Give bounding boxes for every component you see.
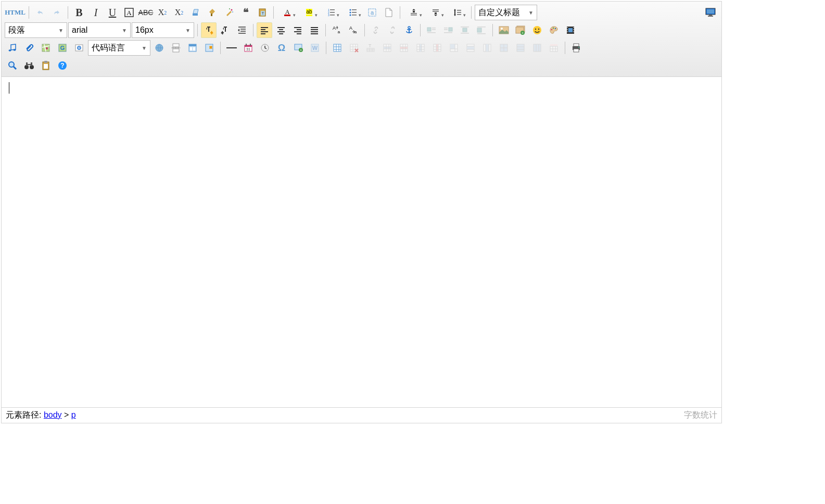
merge-cells-button[interactable] xyxy=(446,40,462,56)
italic-button[interactable]: I xyxy=(88,5,104,20)
multi-image-button[interactable]: + xyxy=(513,22,528,38)
svg-rect-115 xyxy=(173,49,179,52)
date-button[interactable]: 31 xyxy=(240,40,256,56)
path-p-link[interactable]: p xyxy=(71,410,76,419)
align-right-button[interactable] xyxy=(290,22,306,38)
tolowercase-button[interactable]: Aa xyxy=(346,22,361,38)
img-left-button[interactable] xyxy=(424,22,439,38)
img-right-button[interactable] xyxy=(440,22,456,38)
insert-row-button[interactable] xyxy=(379,40,395,56)
undo-button[interactable] xyxy=(32,5,48,20)
insert-col-button[interactable] xyxy=(413,40,428,56)
specialchar-button[interactable]: Ω xyxy=(274,40,289,56)
svg-rect-119 xyxy=(193,47,195,50)
video-button[interactable] xyxy=(563,22,578,38)
lineheight-button[interactable] xyxy=(447,5,468,20)
img-none-button[interactable] xyxy=(474,22,489,38)
img-center-button[interactable] xyxy=(457,22,473,38)
music-button[interactable] xyxy=(5,40,20,56)
redo-button[interactable] xyxy=(49,5,65,20)
delete-col-button[interactable] xyxy=(429,40,445,56)
fontborder-button[interactable]: A xyxy=(121,5,137,20)
align-left-button[interactable] xyxy=(257,22,272,38)
fullscreen-button[interactable] xyxy=(703,5,718,20)
preview-button[interactable] xyxy=(5,58,20,73)
svg-rect-60 xyxy=(311,29,318,30)
hr-button[interactable] xyxy=(224,40,239,56)
delete-table-button[interactable] xyxy=(346,40,362,56)
template-button[interactable] xyxy=(185,40,200,56)
insertparagraphbefore-button[interactable]: T xyxy=(363,40,378,56)
emoji-button[interactable] xyxy=(529,22,545,38)
anchor-button[interactable] xyxy=(401,22,417,38)
paragraph-select[interactable]: 段落▼ xyxy=(5,22,67,38)
attachment-button[interactable] xyxy=(21,40,37,56)
code-language-select[interactable]: 代码语言▼ xyxy=(88,40,150,56)
font-size-select[interactable]: 16px▼ xyxy=(132,22,194,38)
forecolor-button[interactable]: A xyxy=(277,5,298,20)
rowspacing-top-icon xyxy=(410,8,418,17)
subscript-button[interactable]: X2 xyxy=(171,5,187,20)
help-button[interactable]: ? xyxy=(55,58,70,73)
align-center-button[interactable] xyxy=(273,22,289,38)
svg-point-95 xyxy=(555,28,556,29)
rtl-button[interactable] xyxy=(218,22,233,38)
split-cols-button[interactable] xyxy=(529,40,545,56)
selectall-button[interactable]: a xyxy=(364,5,380,20)
scrawl-button[interactable] xyxy=(546,22,562,38)
wand-icon xyxy=(224,8,234,17)
separator xyxy=(492,24,493,36)
editor-content-area[interactable] xyxy=(2,77,721,407)
underline-button[interactable]: U xyxy=(105,5,120,20)
gmap-button[interactable]: G xyxy=(55,40,70,56)
source-html-button[interactable]: HTML xyxy=(5,5,26,20)
insert-image-button[interactable] xyxy=(496,22,512,38)
font-family-select[interactable]: arial▼ xyxy=(68,22,131,38)
blockquote-button[interactable]: ❝ xyxy=(238,5,253,20)
unlink-button[interactable] xyxy=(385,22,400,38)
path-body-link[interactable]: body xyxy=(44,410,62,419)
searchreplace-button[interactable] xyxy=(21,58,37,73)
insert-table-button[interactable] xyxy=(329,40,345,56)
formatbrush-button[interactable] xyxy=(205,5,220,20)
eraser-button[interactable] xyxy=(188,5,204,20)
delete-caption-button[interactable] xyxy=(546,40,562,56)
link-button[interactable] xyxy=(368,22,384,38)
insertframe-button[interactable] xyxy=(71,40,87,56)
custom-heading-select[interactable]: 自定义标题▼ xyxy=(475,5,537,20)
print-button[interactable] xyxy=(568,40,584,56)
wordcount[interactable]: 字数统计 xyxy=(684,410,717,421)
newdoc-button[interactable] xyxy=(381,5,397,20)
time-button[interactable] xyxy=(257,40,273,56)
indent-button[interactable] xyxy=(234,22,250,38)
split-cells-button[interactable] xyxy=(496,40,512,56)
map-button[interactable] xyxy=(38,40,54,56)
delete-row-button[interactable] xyxy=(396,40,412,56)
merge-down-button[interactable] xyxy=(479,40,495,56)
rowspacing-top-button[interactable] xyxy=(403,5,424,20)
rowspacing-bottom-button[interactable] xyxy=(425,5,446,20)
split-rows-button[interactable] xyxy=(513,40,528,56)
paste-text-icon: T xyxy=(258,8,267,17)
snapscreen-button[interactable]: + xyxy=(290,40,306,56)
autoformat-button[interactable] xyxy=(221,5,237,20)
template-icon xyxy=(188,43,197,53)
background-button[interactable] xyxy=(201,40,217,56)
pagebreak-button[interactable] xyxy=(168,40,184,56)
align-justify-button[interactable] xyxy=(307,22,322,38)
bold-button[interactable]: B xyxy=(71,5,87,20)
backcolor-button[interactable]: ab xyxy=(299,5,320,20)
img-right-icon xyxy=(443,25,453,35)
drafts-button[interactable] xyxy=(38,58,54,73)
touppercase-button[interactable]: Aa xyxy=(329,22,345,38)
merge-right-button[interactable] xyxy=(463,40,478,56)
wordimage-button[interactable]: W xyxy=(307,40,323,56)
unordered-list-button[interactable] xyxy=(342,5,363,20)
ltr-button[interactable] xyxy=(201,22,217,38)
webapp-button[interactable] xyxy=(151,40,167,56)
dropdown-arrow-icon: ▼ xyxy=(185,28,191,33)
pasteplain-button[interactable]: T xyxy=(255,5,270,20)
ordered-list-button[interactable]: 123 xyxy=(321,5,341,20)
strikethrough-button[interactable]: ABC xyxy=(138,5,154,20)
superscript-button[interactable]: X2 xyxy=(155,5,170,20)
